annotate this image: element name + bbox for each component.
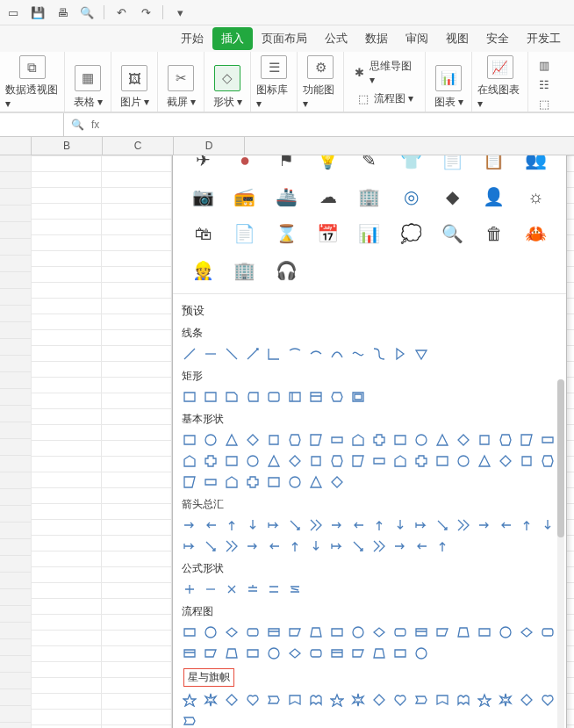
ribbon-pic[interactable]: 🖼图片 ▾ <box>111 52 158 112</box>
col-header-B[interactable]: B <box>32 137 103 155</box>
tab-6[interactable]: 视图 <box>437 26 477 51</box>
rec-icon-29[interactable]: 🎧 <box>269 258 305 283</box>
basic-shape-40[interactable] <box>266 474 282 490</box>
basic-shape-9[interactable] <box>371 432 387 448</box>
arrow-shape-24[interactable] <box>308 538 324 554</box>
row-header[interactable] <box>0 606 32 623</box>
star-shape-6[interactable] <box>308 692 324 708</box>
basic-shape-29[interactable] <box>413 453 429 469</box>
basic-shape-19[interactable] <box>203 453 219 469</box>
basic-shape-17[interactable] <box>540 432 556 448</box>
rec-icon-0[interactable]: ✈ <box>185 155 221 172</box>
row-header[interactable] <box>0 356 32 372</box>
basic-shape-32[interactable] <box>477 453 492 469</box>
arrow-shape-6[interactable] <box>308 517 324 533</box>
flow-shape-22[interactable] <box>266 645 282 661</box>
flow-shape-28[interactable] <box>392 645 408 661</box>
basic-shape-13[interactable] <box>456 432 471 448</box>
tab-2[interactable]: 页面布局 <box>253 26 316 51</box>
basic-shape-7[interactable] <box>329 432 345 448</box>
basic-shape-33[interactable] <box>498 453 513 469</box>
arrow-shape-15[interactable] <box>498 517 513 533</box>
star-shape-8[interactable] <box>350 692 366 708</box>
rec-icon-20[interactable]: ⌛ <box>269 221 305 246</box>
arrow-shape-18[interactable] <box>182 538 197 554</box>
basic-shape-12[interactable] <box>434 432 450 448</box>
row-header[interactable] <box>0 689 32 706</box>
panel-scrollbar[interactable] <box>557 379 564 728</box>
arrow-shape-16[interactable] <box>519 517 535 533</box>
arrow-shape-22[interactable] <box>266 538 282 554</box>
ribbon-func[interactable]: ⚙功能图 ▾ <box>298 52 344 112</box>
rec-icon-3[interactable]: 💡 <box>310 155 346 172</box>
spreadsheet-grid[interactable]: 稻壳图标推荐 更多 > ✈●⚑💡✎👕📄📋👥📷📻🚢☁🏢◎◆👤☼🛍📄⌛📅📊💭🔍🗑🦀👷… <box>0 155 574 728</box>
rec-icon-10[interactable]: 📻 <box>226 184 262 209</box>
rec-icon-1[interactable]: ● <box>226 155 262 172</box>
line-shape-0[interactable] <box>182 346 197 362</box>
ribbon-table[interactable]: ▦表格 ▾ <box>65 52 111 112</box>
arrow-shape-28[interactable] <box>392 538 408 554</box>
basic-shape-28[interactable] <box>392 453 408 469</box>
basic-shape-34[interactable] <box>519 453 535 469</box>
arrow-shape-4[interactable] <box>266 517 282 533</box>
rec-icon-14[interactable]: ◎ <box>393 184 429 209</box>
star-shape-2[interactable] <box>224 692 240 708</box>
rect-shape-8[interactable] <box>350 389 366 405</box>
row-header[interactable] <box>0 706 32 723</box>
star-shape-5[interactable] <box>287 692 303 708</box>
line-shape-2[interactable] <box>224 346 240 362</box>
preview-icon[interactable]: 🔍 <box>79 4 95 20</box>
arrow-shape-8[interactable] <box>350 517 366 533</box>
rec-icon-17[interactable]: ☼ <box>518 184 554 209</box>
row-header[interactable] <box>0 506 32 523</box>
rec-icon-9[interactable]: 📷 <box>185 184 221 209</box>
flow-shape-5[interactable] <box>287 624 303 640</box>
basic-shape-4[interactable] <box>266 432 282 448</box>
ribbon-chart[interactable]: 📊图表 ▾ <box>426 52 472 112</box>
row-header[interactable] <box>0 589 32 606</box>
flow-shape-6[interactable] <box>308 624 324 640</box>
row-header[interactable] <box>0 623 32 639</box>
name-box[interactable] <box>0 113 64 136</box>
eq-shape-1[interactable] <box>203 581 219 597</box>
rec-icon-13[interactable]: 🏢 <box>351 184 387 209</box>
arrow-shape-29[interactable] <box>413 538 429 554</box>
line-shape-4[interactable] <box>266 346 282 362</box>
rec-icon-5[interactable]: 👕 <box>393 155 429 172</box>
flow-shape-7[interactable] <box>329 624 345 640</box>
open-icon[interactable]: ▭ <box>5 4 21 20</box>
rec-icon-27[interactable]: 👷 <box>185 258 221 283</box>
basic-shape-2[interactable] <box>224 432 240 448</box>
ribbon-flow[interactable]: ⬚流程图 ▾ <box>353 90 417 108</box>
rec-icon-18[interactable]: 🛍 <box>185 221 221 246</box>
arrow-shape-10[interactable] <box>392 517 408 533</box>
arrow-shape-25[interactable] <box>329 538 345 554</box>
eq-shape-3[interactable] <box>245 581 261 597</box>
basic-shape-30[interactable] <box>434 453 450 469</box>
flow-shape-14[interactable] <box>477 624 492 640</box>
row-header[interactable] <box>0 456 32 472</box>
flow-shape-2[interactable] <box>224 624 240 640</box>
col-header-C[interactable]: C <box>103 137 174 155</box>
rec-icon-19[interactable]: 📄 <box>226 221 262 246</box>
flow-shape-16[interactable] <box>519 624 535 640</box>
star-shape-0[interactable] <box>182 692 197 708</box>
row-header[interactable] <box>0 322 32 339</box>
rect-shape-7[interactable] <box>329 389 345 405</box>
flow-shape-20[interactable] <box>224 645 240 661</box>
row-header[interactable] <box>0 723 32 728</box>
arrow-shape-26[interactable] <box>350 538 366 554</box>
tab-5[interactable]: 审阅 <box>397 26 437 51</box>
arrow-shape-3[interactable] <box>245 517 261 533</box>
row-header[interactable] <box>0 189 32 205</box>
flow-shape-18[interactable] <box>182 645 197 661</box>
row-header[interactable] <box>0 489 32 506</box>
ribbon-shapes[interactable]: ◇形状 ▾ <box>204 52 251 112</box>
flow-shape-0[interactable] <box>182 624 197 640</box>
flow-shape-12[interactable] <box>434 624 450 640</box>
row-header[interactable] <box>0 422 32 439</box>
basic-shape-22[interactable] <box>266 453 282 469</box>
arrow-shape-20[interactable] <box>224 538 240 554</box>
arrow-shape-30[interactable] <box>434 538 450 554</box>
basic-shape-35[interactable] <box>540 453 556 469</box>
